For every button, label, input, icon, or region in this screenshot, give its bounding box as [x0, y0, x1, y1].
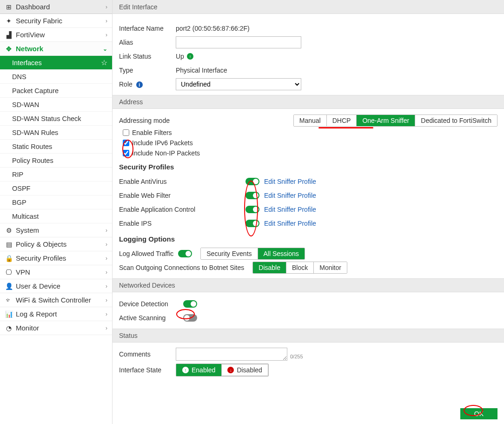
star-icon[interactable]: ☆ — [101, 58, 107, 67]
botnet-block[interactable]: Block — [286, 262, 314, 273]
interface-name-label: Interface Name — [119, 25, 176, 32]
down-arrow-icon: ↓ — [227, 367, 234, 373]
log-allowed-group: Security Events All Sessions — [200, 248, 305, 260]
page-title: Edit Interface — [113, 0, 504, 14]
network-icon: ✥ — [5, 45, 13, 53]
nav-label: Dashboard — [16, 3, 50, 11]
enable-webfilter-toggle[interactable] — [245, 192, 259, 199]
nav-label: Security Profiles — [16, 254, 66, 262]
nav-static-routes[interactable]: Static Routes — [0, 140, 112, 154]
chevron-right-icon: › — [106, 241, 107, 248]
enable-appcontrol-toggle[interactable] — [245, 206, 259, 213]
nav-dns[interactable]: DNS — [0, 70, 112, 84]
status-header: Status — [113, 329, 504, 343]
nav-label: Monitor — [16, 324, 39, 332]
ok-button[interactable]: OK — [460, 408, 497, 419]
info-icon[interactable]: i — [136, 81, 143, 88]
address-header: Address — [113, 95, 504, 109]
nav-sdwan[interactable]: SD-WAN — [0, 98, 112, 112]
nav-label: SD-WAN Rules — [12, 129, 58, 136]
nav-network[interactable]: ✥ Network ⌄ — [0, 42, 112, 56]
edit-ips-link[interactable]: Edit Sniffer Profile — [264, 220, 316, 227]
role-label: Role i — [119, 81, 176, 88]
enable-av-label: Enable AntiVirus — [119, 178, 245, 185]
state-enabled[interactable]: ↑ Enabled — [176, 364, 221, 376]
log-all-sessions[interactable]: All Sessions — [258, 248, 305, 259]
nav-user-device[interactable]: 👤 User & Device › — [0, 279, 112, 293]
nav-label: SD-WAN — [12, 101, 39, 108]
edit-webfilter-link[interactable]: Edit Sniffer Profile — [264, 192, 316, 199]
nav-policy-objects[interactable]: ▤ Policy & Objects › — [0, 237, 112, 251]
chevron-right-icon: › — [106, 32, 107, 38]
edit-appcontrol-link[interactable]: Edit Sniffer Profile — [264, 206, 316, 213]
enable-filters-checkbox[interactable] — [123, 129, 129, 136]
interface-state-label: Interface State — [119, 366, 176, 374]
nav-log-report[interactable]: 📊 Log & Report › — [0, 307, 112, 321]
nav-system[interactable]: ⚙ System › — [0, 223, 112, 237]
nav-packet-capture[interactable]: Packet Capture — [0, 84, 112, 98]
nav-label: Interfaces — [12, 59, 42, 67]
device-detection-toggle[interactable] — [183, 300, 197, 308]
edit-av-link[interactable]: Edit Sniffer Profile — [264, 178, 316, 185]
nav-label: DNS — [12, 73, 27, 81]
enable-av-toggle[interactable] — [245, 178, 259, 185]
include-nonip-checkbox[interactable] — [123, 150, 129, 156]
nav-ospf[interactable]: OSPF — [0, 182, 112, 195]
alias-label: Alias — [119, 39, 176, 46]
log-allowed-toggle[interactable] — [178, 250, 192, 257]
comments-textarea[interactable] — [176, 348, 287, 361]
mode-manual[interactable]: Manual — [294, 115, 327, 126]
mode-dhcp[interactable]: DHCP — [327, 115, 357, 126]
nav-rip[interactable]: RIP — [0, 168, 112, 182]
nav-bgp[interactable]: BGP — [0, 195, 112, 209]
state-disabled[interactable]: ↓ Disabled — [221, 364, 268, 376]
nav-label: WiFi & Switch Controller — [16, 296, 91, 304]
nav-interfaces[interactable]: Interfaces ☆ — [0, 56, 112, 70]
lock-icon: 🔒 — [5, 255, 13, 262]
interface-state-group: ↑ Enabled ↓ Disabled — [176, 363, 269, 377]
chevron-right-icon: › — [106, 269, 107, 276]
log-security-events[interactable]: Security Events — [201, 248, 258, 259]
policy-icon: ▤ — [5, 241, 13, 248]
nav-monitor[interactable]: ◔ Monitor › — [0, 321, 112, 335]
botnet-group: Disable Block Monitor — [252, 262, 347, 274]
nav-label: Packet Capture — [12, 87, 59, 94]
sidebar: ⊞ Dashboard › ✦ Security Fabric › ▟ Fort… — [0, 0, 113, 424]
log-allowed-label: Log Allowed Traffic — [119, 250, 173, 257]
up-arrow-icon: ↑ — [182, 367, 189, 373]
nav-sdwan-status[interactable]: SD-WAN Status Check — [0, 112, 112, 126]
enable-appcontrol-label: Enable Application Control — [119, 206, 245, 213]
nav-security-profiles[interactable]: 🔒 Security Profiles › — [0, 251, 112, 265]
botnet-monitor[interactable]: Monitor — [314, 262, 347, 273]
mode-one-arm-sniffer[interactable]: One-Arm Sniffer — [357, 115, 415, 126]
nav-label: User & Device — [16, 282, 60, 290]
type-label: Type — [119, 67, 176, 74]
chevron-right-icon: › — [106, 227, 107, 234]
enable-filters-label: Enable Filters — [132, 129, 172, 136]
mode-fortiswitch[interactable]: Dedicated to FortiSwitch — [415, 115, 497, 126]
botnet-disable[interactable]: Disable — [253, 262, 286, 273]
active-scanning-toggle[interactable] — [183, 314, 197, 322]
role-select[interactable]: Undefined — [176, 78, 301, 90]
nav-label: SD-WAN Status Check — [12, 115, 81, 122]
nav-policy-routes[interactable]: Policy Routes — [0, 154, 112, 168]
nav-wifi-switch[interactable]: ᯤ WiFi & Switch Controller › — [0, 293, 112, 307]
addressing-mode-group: Manual DHCP One-Arm Sniffer Dedicated to… — [293, 114, 497, 127]
alias-input[interactable] — [176, 36, 301, 48]
include-ipv6-checkbox[interactable] — [123, 140, 129, 146]
nav-label: Static Routes — [12, 143, 52, 150]
enable-ips-toggle[interactable] — [245, 220, 259, 227]
nav-multicast[interactable]: Multicast — [0, 209, 112, 223]
nav-label: Multicast — [12, 213, 39, 220]
chevron-right-icon: › — [106, 325, 107, 331]
main-panel: Edit Interface Interface Name port2 (00:… — [113, 0, 504, 424]
nav-sdwan-rules[interactable]: SD-WAN Rules — [0, 126, 112, 140]
nav-vpn[interactable]: 🖵 VPN › — [0, 265, 112, 279]
active-scanning-label: Active Scanning — [119, 314, 183, 322]
chart-icon: ▟ — [5, 31, 13, 39]
chevron-right-icon: › — [106, 311, 107, 317]
nav-dashboard[interactable]: ⊞ Dashboard › — [0, 0, 112, 14]
nav-label: Policy Routes — [12, 157, 53, 164]
nav-security-fabric[interactable]: ✦ Security Fabric › — [0, 14, 112, 28]
nav-fortiview[interactable]: ▟ FortiView › — [0, 28, 112, 42]
